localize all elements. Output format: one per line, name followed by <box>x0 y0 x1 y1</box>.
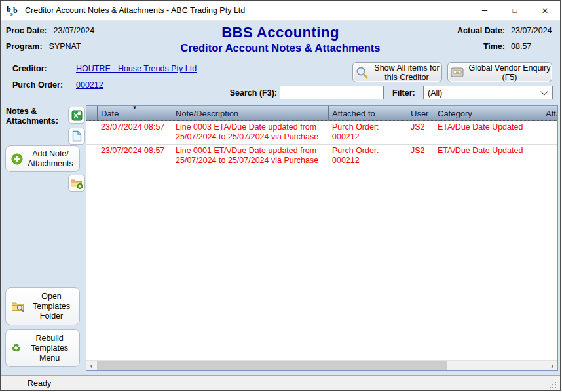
excel-icon <box>71 110 83 121</box>
status-text: Ready <box>28 379 51 388</box>
creditor-link[interactable]: HOUTRE - House Trends Pty Ltd <box>76 64 197 73</box>
filter-dropdown[interactable]: (All) <box>423 86 553 99</box>
column-header-user[interactable]: User <box>407 106 434 120</box>
global-vendor-enquiry-button[interactable]: Global Vendor Enquiry (F5) <box>447 62 552 82</box>
filter-selected-value: (All) <box>428 88 442 98</box>
rebuild-templates-menu-label: Rebuild Templates Menu <box>24 334 79 363</box>
column-header-attach[interactable]: Attach <box>542 106 558 120</box>
column-header-attached-to[interactable]: Attached to <box>328 106 407 120</box>
add-note-attachments-button[interactable]: Add Note/ Attachments <box>5 145 80 172</box>
document-icon <box>72 130 82 142</box>
column-header-note-description[interactable]: Note/Description <box>172 106 328 120</box>
scroll-right-icon[interactable]: › <box>548 361 557 371</box>
new-document-button[interactable] <box>68 128 85 145</box>
window-title: Creditor Account Notes & Attachments - A… <box>25 6 245 15</box>
search-input[interactable] <box>280 86 384 99</box>
folder-search-icon <box>11 300 25 313</box>
time-label: Time: <box>483 42 505 51</box>
cell-date: 23/07/2024 08:57 <box>97 146 172 166</box>
global-vendor-enquiry-label: Global Vendor Enquiry (F5) <box>468 63 552 82</box>
chevron-down-icon <box>540 88 548 95</box>
add-note-attachments-label: Add Note/ Attachments <box>26 149 79 169</box>
folder-add-icon <box>70 177 83 189</box>
magnifier-icon <box>356 66 368 79</box>
status-bar: Ready <box>1 375 560 391</box>
grid-header-row: ▼ Date Note/Description Attached to User… <box>86 106 557 121</box>
cell-date: 23/07/2024 08:57 <box>97 122 172 142</box>
notes-grid: ▼ Date Note/Description Attached to User… <box>86 105 558 371</box>
minimize-button[interactable]: – <box>470 1 500 21</box>
cell-note: Line 0003 ETA/Due Date updated from 25/0… <box>172 122 328 142</box>
column-header-date[interactable]: ▼ Date <box>97 106 172 120</box>
rebuild-templates-menu-button[interactable]: ♻ Rebuild Templates Menu <box>5 329 80 367</box>
export-excel-button[interactable] <box>68 107 85 124</box>
app-window: b s b Creditor Account Notes & Attachmen… <box>0 0 561 391</box>
open-templates-folder-button[interactable]: Open Templates Folder <box>5 287 80 325</box>
attach-folder-button[interactable] <box>68 175 85 192</box>
app-logo-icon: b s b <box>7 5 20 16</box>
scroll-left-icon[interactable]: ‹ <box>86 361 96 371</box>
svg-text:b: b <box>13 6 18 15</box>
title-bar: b s b Creditor Account Notes & Attachmen… <box>1 1 560 21</box>
search-label: Search (F3): <box>217 88 277 98</box>
maximize-button[interactable]: □ <box>500 1 530 21</box>
cell-attached-to: Purch Order: 000212 <box>328 122 407 142</box>
horizontal-scrollbar[interactable]: ‹ › <box>86 360 557 370</box>
table-row[interactable]: 23/07/2024 08:57 Line 0003 ETA/Due Date … <box>86 120 557 145</box>
open-templates-folder-label: Open Templates Folder <box>28 292 79 321</box>
actual-date-label: Actual Date: <box>457 26 505 35</box>
scrollbar-thumb[interactable] <box>97 361 447 370</box>
cell-note: Line 0001 ETA/Due Date updated from 25/0… <box>172 146 328 166</box>
cell-category: ETA/Due Date Updated <box>434 122 542 142</box>
time-value: 08:57 <box>511 42 555 51</box>
plus-circle-icon <box>11 153 23 165</box>
cell-attached-to: Purch Order: 000212 <box>328 146 407 166</box>
creditor-label: Creditor: <box>12 64 76 73</box>
show-all-items-label: Show All items for this Creditor <box>372 63 441 82</box>
notes-attachments-label: Notes & Attachments: <box>6 107 66 126</box>
cell-user: JS2 <box>407 146 434 166</box>
filter-label: Filter: <box>392 88 415 98</box>
cell-category: ETA/Due Date Updated <box>434 146 542 166</box>
header-right: Actual Date:23/07/2024 Time:08:57 <box>457 26 555 58</box>
card-file-icon <box>451 67 464 78</box>
creditor-block: Creditor: HOUTRE - House Trends Pty Ltd … <box>12 64 197 97</box>
show-all-items-button[interactable]: Show All items for this Creditor <box>352 62 442 82</box>
sort-descending-icon: ▼ <box>132 106 138 111</box>
resize-grip-icon[interactable] <box>550 382 551 383</box>
recycle-icon: ♻ <box>11 343 21 354</box>
column-header-selector[interactable] <box>86 106 97 120</box>
close-button[interactable]: ✕ <box>530 1 560 21</box>
purch-order-link[interactable]: 000212 <box>76 80 103 90</box>
purch-order-label: Purch Order: <box>12 80 76 90</box>
column-header-category[interactable]: Category <box>434 106 542 120</box>
table-row[interactable]: 23/07/2024 08:57 Line 0001 ETA/Due Date … <box>86 145 557 168</box>
cell-user: JS2 <box>407 122 434 142</box>
actual-date-value: 23/07/2024 <box>511 26 555 35</box>
status-divider <box>24 378 24 389</box>
